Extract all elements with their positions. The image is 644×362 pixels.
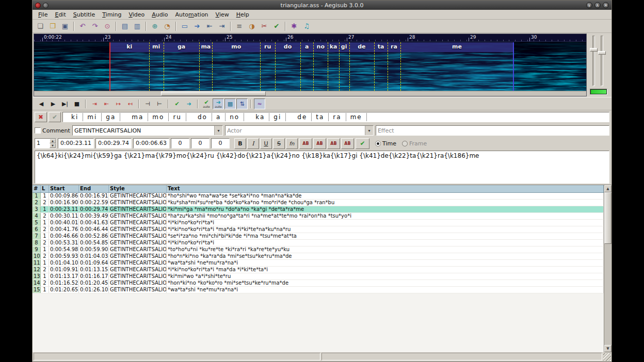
syllable-label[interactable]: ra [391,43,397,50]
row-style[interactable]: GETINTHECARITSALION [109,253,167,259]
commit-changes-button[interactable]: ✔ [171,98,183,109]
row-layer[interactable]: 1 [41,206,49,212]
row-layer[interactable]: 1 [41,193,49,199]
grid-header-cell[interactable]: End [79,185,109,192]
row-start[interactable]: 0:01:04.10 [49,260,79,266]
play-selection-button[interactable]: ▶| [59,98,71,109]
syllable-boundary-line[interactable] [349,42,350,91]
duration-input[interactable]: 0:00:06.63 [133,138,169,149]
selection-region[interactable] [110,52,513,91]
row-layer[interactable]: 1 [41,287,49,293]
row-start[interactable]: 0:00:46.66 [49,233,79,239]
syllable-boundary-line[interactable] [275,42,276,91]
scroll-down-icon[interactable]: ▼ [604,345,611,352]
row-number[interactable]: 9 [33,246,41,253]
open-video-icon[interactable]: ▭ [179,21,190,32]
start-time-input[interactable]: 0:00:23.11 [58,138,94,149]
row-text[interactable]: *ha*zu*ka*shii *mo*no*ga*ta*ri *na*me*at… [167,213,604,219]
shift-times-icon[interactable]: ◔ [162,21,173,32]
row-style[interactable]: GETINTHECARITSALION [109,287,167,293]
row-text[interactable]: *ku*sha*mi*su*re*ba *do*ko*ka*no *mo*ri*… [167,200,604,206]
time-radio[interactable] [375,141,381,146]
grid-header-cell[interactable]: Text [167,185,604,192]
audio-scrollbar-thumb[interactable] [161,91,266,96]
style-dropdown[interactable]: GETINTHECARITSALION [72,125,223,136]
spell-checker-icon[interactable]: ✔ [271,21,282,32]
row-layer[interactable]: 2 [41,200,49,206]
row-start[interactable]: 0:01:13.17 [49,273,79,279]
table-row[interactable]: 1510:01:20.650:01:26.10GETINTHECARITSALI… [33,287,604,293]
row-text[interactable]: *i*ki*no*ko*ri*ta*i [167,240,604,246]
cancel-split-button[interactable]: ✖ [35,112,47,122]
row-layer[interactable]: 1 [41,220,49,226]
table-row[interactable]: 220:00:16.900:00:22.59GETINTHECARITSALIO… [33,200,604,206]
syllable-boundary-line[interactable] [260,42,261,91]
table-row[interactable]: 1110:01:04.100:01:09.64GETINTHECARITSALI… [33,260,604,267]
subtitle-text-input[interactable]: {\k64}ki{\k24}mi{\k59}ga {\k21}ma{\k79}m… [35,151,609,184]
row-layer[interactable]: 2 [41,240,49,246]
table-row[interactable]: 1310:01:13.170:01:16.17GETINTHECARITSALI… [33,273,604,280]
table-row[interactable]: 1420:01:16.520:01:20.45GETINTHECARITSALI… [33,280,604,287]
row-layer[interactable]: 2 [41,267,49,273]
table-row[interactable]: 1020:00:59.930:01:04.03GETINTHECARITSALI… [33,253,604,260]
syllable-label[interactable]: me [452,43,462,50]
karaoke-syllable[interactable]: ga [102,113,120,121]
syllable-label[interactable]: mi [152,43,160,50]
syllable-boundary-line[interactable] [374,42,375,91]
menu-automation[interactable]: Automation [172,10,212,19]
row-number[interactable]: 13 [33,273,41,279]
row-layer[interactable]: 1 [41,246,49,253]
karaoke-syllable[interactable]: no [226,113,244,121]
row-style[interactable]: GETINTHECARITSALION [109,206,167,212]
table-row[interactable]: 310:00:23.110:00:29.74GETINTHECARITSALIO… [33,206,604,213]
row-start[interactable]: 0:00:59.93 [49,253,79,259]
effect-input[interactable]: Effect [376,125,609,136]
audio-icon[interactable]: ♫ [301,21,312,32]
row-end[interactable]: 0:00:46.44 [79,226,109,233]
row-text[interactable]: *ki*mi*ga *ma*mo*ru *do*a*no *ka*gi *de*… [167,206,604,212]
karaoke-syllables[interactable]: kimigamamorudoanokagidetarame [62,112,609,122]
save-file-icon[interactable]: ▣ [59,21,71,32]
syllable-boundary-line[interactable] [300,42,301,91]
row-start[interactable]: 0:00:16.90 [49,200,79,206]
table-row[interactable]: 1220:01:09.910:01:13.15GETINTHECARITSALI… [33,267,604,273]
grid-header-cell[interactable]: Style [109,185,167,192]
spin-down-icon[interactable]: ▼ [50,143,56,148]
actor-dropdown[interactable]: Actor [225,125,374,136]
row-number[interactable]: 11 [33,260,41,266]
row-text[interactable]: *wa*ta*shi *ne*mu*ra*na*i [167,287,604,293]
horizontal-zoom-slider[interactable] [592,36,595,86]
resize-grip[interactable] [603,353,611,361]
syllable-label[interactable]: ki [126,43,132,50]
italic-button[interactable]: I [247,138,259,149]
grid-header-cell[interactable]: # [33,185,41,192]
row-style[interactable]: GETINTHECARITSALION [109,233,167,239]
row-end[interactable]: 0:01:09.64 [79,260,109,266]
next-line-button[interactable]: ▶ [47,98,59,109]
audio-timeline[interactable]: 0:00:222324252627282930 [34,34,586,42]
karaoke-syllable[interactable]: mo [148,113,169,121]
syllable-boundary-line[interactable] [328,42,328,91]
menu-subtitle[interactable]: Subtitle [70,10,99,19]
row-text[interactable]: *se*i*za*no *mi*chi*bi*ki*de *i*ma *tsu*… [167,233,604,239]
spin-up-icon[interactable]: ▲ [50,139,56,143]
row-start[interactable]: 0:00:53.31 [49,240,79,246]
row-number[interactable]: 10 [33,253,41,259]
row-end[interactable]: 0:01:20.45 [79,280,109,286]
audio-scrollbar[interactable] [34,91,586,96]
layer-spinner[interactable]: 1 ▲ ▼ [35,138,56,149]
syllable-label[interactable]: no [317,43,325,50]
auto-commit-toggle[interactable]: ✔auto [201,98,212,109]
table-row[interactable]: 510:00:40.010:00:41.63GETINTHECARITSALIO… [33,220,604,226]
menu-file[interactable]: File [35,10,51,19]
row-end[interactable]: 0:00:52.86 [79,233,109,239]
comment-checkbox[interactable] [35,127,41,134]
row-number[interactable]: 14 [33,280,41,286]
horizontal-zoom-handle[interactable] [590,48,598,52]
row-layer[interactable]: 2 [41,280,49,286]
margin-left-input[interactable]: 0 [171,138,189,149]
bold-button[interactable]: B [234,138,246,149]
row-style[interactable]: GETINTHECARITSALION [109,193,167,199]
row-number[interactable]: 5 [33,220,41,226]
undo-icon[interactable]: ↶ [77,21,88,32]
